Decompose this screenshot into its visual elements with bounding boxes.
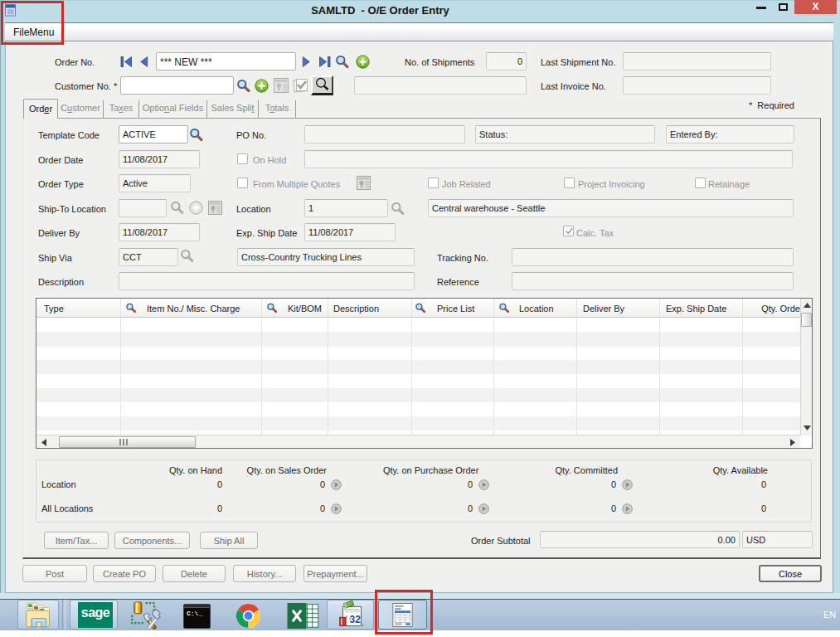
svg-text:32: 32 bbox=[350, 614, 362, 625]
